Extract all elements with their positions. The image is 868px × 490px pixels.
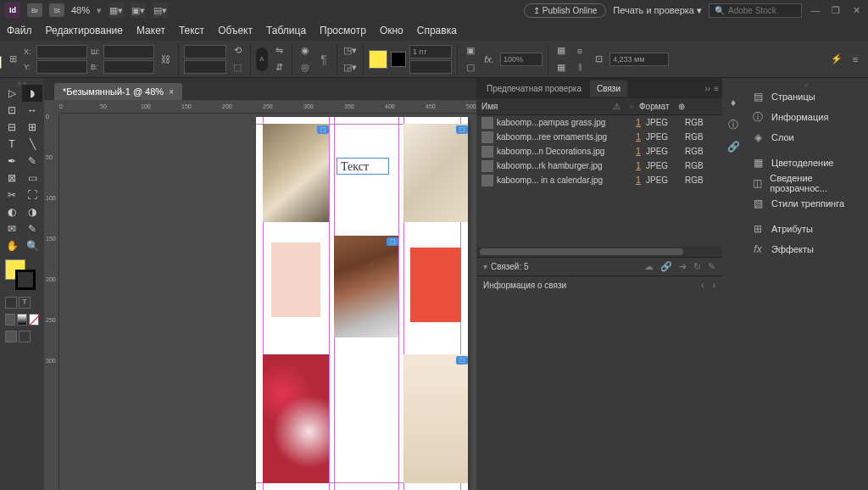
link-page[interactable]: 1 bbox=[631, 147, 646, 156]
rectangle-tool[interactable]: ▭ bbox=[22, 170, 42, 187]
link-page[interactable]: 1 bbox=[631, 132, 646, 142]
stroke-weight-input[interactable] bbox=[409, 45, 452, 58]
note-tool[interactable]: ✉ bbox=[2, 220, 22, 237]
panel-effects[interactable]: fxЭффекты bbox=[744, 239, 868, 259]
panel-menu-icon[interactable]: ≡ bbox=[714, 84, 719, 93]
normal-view-icon[interactable] bbox=[5, 331, 17, 342]
col-name-header[interactable]: Имя bbox=[481, 102, 609, 111]
link-row[interactable]: kaboomp...pampas grass.jpg1JPEGRGB bbox=[476, 115, 722, 130]
menu-text[interactable]: Текст bbox=[179, 25, 204, 36]
flash-icon[interactable]: ⚡ bbox=[829, 52, 844, 67]
publish-button[interactable]: ↥ Publish Online bbox=[524, 3, 606, 18]
direct-selection-tool[interactable]: ◗ bbox=[22, 85, 42, 102]
collapse-icon[interactable]: ›› bbox=[704, 84, 710, 93]
text-wrap-none-icon[interactable]: ▦ bbox=[554, 43, 569, 58]
search-input[interactable]: 🔍 Adobe Stock bbox=[709, 3, 802, 18]
tab-preflight[interactable]: Предпечатная проверка bbox=[480, 81, 588, 97]
rotate-icon[interactable]: ⟲ bbox=[230, 43, 245, 58]
select-content-icon[interactable]: ◎ bbox=[298, 60, 313, 75]
canvas[interactable]: 050100150200250300350400450500 050100150… bbox=[44, 100, 476, 490]
flip-v-icon[interactable]: ⇵ bbox=[271, 60, 287, 75]
eyedropper-tool[interactable]: ✎ bbox=[22, 220, 42, 237]
link-page[interactable]: 1 bbox=[631, 118, 646, 127]
scale-y-input[interactable] bbox=[184, 60, 226, 74]
fill-swatch[interactable] bbox=[369, 50, 387, 69]
panel-pages[interactable]: ▤Страницы bbox=[744, 86, 868, 107]
print-check-menu[interactable]: Печать и проверка ▾ bbox=[613, 5, 702, 16]
tab-links[interactable]: Связи bbox=[590, 81, 627, 97]
col-status-icon[interactable]: ⚠ bbox=[609, 102, 624, 111]
x-input[interactable] bbox=[36, 45, 87, 58]
content-mode-icon[interactable]: A bbox=[256, 47, 268, 71]
goto-link-icon[interactable]: ➜ bbox=[679, 261, 687, 272]
image-frame-candy[interactable] bbox=[263, 354, 329, 483]
panel-separations[interactable]: ▦Цветоделение bbox=[744, 153, 868, 173]
panel-info[interactable]: ⓘИнформация bbox=[744, 107, 868, 127]
select-container-icon[interactable]: ◉ bbox=[298, 43, 313, 58]
panel-menu-icon[interactable]: ≡ bbox=[848, 52, 863, 67]
distribute-icon[interactable]: ⫴ bbox=[572, 60, 587, 75]
scale-x-input[interactable] bbox=[184, 45, 226, 58]
link-row[interactable]: kaboomp...n Decorations.jpg1JPEGRGB bbox=[476, 144, 722, 159]
close-button[interactable]: ✕ bbox=[849, 4, 863, 16]
corner2-icon[interactable]: ◲▾ bbox=[342, 60, 358, 75]
gradient-swatch-tool[interactable]: ◐ bbox=[2, 203, 22, 220]
document-tab[interactable]: *Безымянный-1 @ 48% × bbox=[54, 83, 182, 100]
image-frame-calendar[interactable] bbox=[403, 354, 468, 483]
stock-icon[interactable]: St bbox=[49, 3, 64, 17]
zoom-tool[interactable]: 🔍 bbox=[22, 237, 42, 254]
color-mode-icon[interactable] bbox=[5, 314, 15, 326]
none-mode-icon[interactable] bbox=[29, 314, 39, 326]
corner-icon[interactable]: ◳▾ bbox=[342, 43, 358, 58]
edit-original-icon[interactable]: ✎ bbox=[708, 261, 715, 272]
fx-icon[interactable]: fx. bbox=[481, 52, 497, 67]
selection-tool[interactable]: ▷ bbox=[2, 85, 22, 102]
view-opts-icon[interactable]: ▦▾ bbox=[108, 3, 124, 18]
info-strip-icon[interactable]: ⓘ bbox=[726, 117, 741, 132]
panel-flatten[interactable]: ◫Сведение прозрачнос... bbox=[744, 173, 868, 193]
scissors-tool[interactable]: ✂ bbox=[2, 187, 22, 203]
preview-mode-icon[interactable] bbox=[19, 331, 31, 342]
flip-h-icon[interactable]: ⇋ bbox=[271, 43, 287, 58]
ruler-vertical[interactable]: 050100150200250300 bbox=[44, 114, 59, 490]
color-box-red[interactable] bbox=[410, 248, 461, 322]
pen-tool[interactable]: ✒ bbox=[2, 153, 22, 170]
h-input[interactable] bbox=[103, 60, 154, 74]
line-tool[interactable]: ╲ bbox=[22, 136, 42, 153]
relink-cc-icon[interactable]: ☁ bbox=[644, 261, 654, 272]
arrange-icon[interactable]: ▤▾ bbox=[153, 3, 168, 18]
screen-mode-icon[interactable]: ▣▾ bbox=[131, 3, 146, 18]
panel-layers[interactable]: ◈Слои bbox=[744, 127, 868, 148]
zoom-value[interactable]: 48% bbox=[71, 5, 90, 15]
content-collector-tool[interactable]: ⊟ bbox=[2, 119, 22, 136]
link-row[interactable]: kaboomp...rk hamburger.jpg1JPEGRGB bbox=[476, 159, 722, 173]
menu-file[interactable]: Файл bbox=[7, 25, 32, 36]
stroke-style-select[interactable] bbox=[409, 60, 452, 74]
menu-layout[interactable]: Макет bbox=[136, 25, 165, 36]
auto-fit-icon[interactable]: ▣ bbox=[463, 43, 478, 58]
apply-text-icon[interactable]: T bbox=[19, 297, 31, 309]
gradient-feather-tool[interactable]: ◑ bbox=[22, 203, 42, 220]
col-colorspace-icon[interactable]: ⊕ bbox=[678, 102, 717, 111]
col-format-header[interactable]: Формат bbox=[639, 102, 678, 111]
type-tool[interactable]: T bbox=[2, 136, 22, 153]
panel-trap[interactable]: ▧Стили треппинга bbox=[744, 193, 868, 214]
panel-scrollbar[interactable] bbox=[476, 247, 722, 257]
minimize-button[interactable]: — bbox=[809, 4, 822, 16]
link-page[interactable]: 1 bbox=[631, 175, 646, 185]
ruler-horizontal[interactable]: 050100150200250300350400450500 bbox=[59, 100, 476, 114]
ref-point-icon[interactable]: ⊞ bbox=[5, 52, 20, 67]
constrain-icon[interactable]: ⛓ bbox=[158, 52, 173, 67]
fill-stroke-control[interactable] bbox=[5, 259, 36, 290]
bridge-icon[interactable]: Br bbox=[27, 3, 42, 17]
panel-attributes[interactable]: ⊞Атрибуты bbox=[744, 219, 868, 239]
image-frame-brick[interactable] bbox=[334, 236, 398, 337]
w-input[interactable] bbox=[103, 45, 154, 58]
link-row[interactable]: kaboomp...ree ornaments.jpg1JPEGRGB bbox=[476, 130, 722, 144]
menu-view[interactable]: Просмотр bbox=[320, 25, 366, 36]
opacity-input[interactable] bbox=[500, 53, 542, 66]
text-frame[interactable]: Текст bbox=[337, 158, 389, 175]
col-page-icon[interactable]: ▫ bbox=[624, 102, 639, 111]
info-prev-icon[interactable]: ‹ bbox=[701, 281, 704, 290]
maximize-button[interactable]: ❐ bbox=[829, 4, 843, 16]
